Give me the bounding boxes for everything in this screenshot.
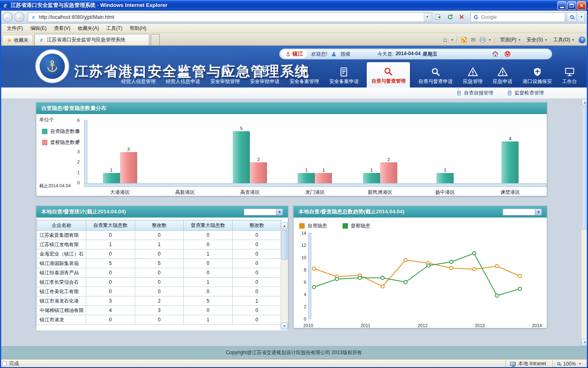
column-header: 督查重大隐患数: [184, 220, 233, 231]
logout-icon[interactable]: [504, 51, 511, 57]
table-row[interactable]: 江苏镇江发电有限1100: [37, 240, 281, 249]
table-cell: 镇江市港龙石化港: [37, 296, 86, 306]
table-row[interactable]: 江苏索普集团有限0000: [37, 231, 281, 240]
subnav-item[interactable]: 自查自报管理: [457, 90, 493, 96]
refresh-icon[interactable]: [445, 12, 455, 22]
scroll-up-icon[interactable]: ▲: [281, 222, 288, 229]
favorites-button[interactable]: ★ 收藏夹: [2, 35, 33, 45]
table-scrollbar[interactable]: ▲ ▼: [281, 222, 287, 330]
table-row[interactable]: 镇江恒泰沥青产品0000: [37, 268, 281, 278]
stop-icon[interactable]: [457, 12, 466, 22]
nav-item[interactable]: 工作台: [560, 65, 579, 88]
google-icon: G: [474, 14, 478, 20]
nav-item-label: 工作台: [562, 78, 577, 85]
ie-window: e 江苏省港口安全监管与应急管理系统 - Windows Internet Ex…: [0, 0, 588, 368]
new-tab-stub[interactable]: [151, 34, 160, 45]
back-button[interactable]: ←: [2, 12, 13, 22]
bar: [233, 131, 250, 184]
address-bar[interactable]: e http://localhost:8080/yjpt/Main.html ▼: [28, 12, 432, 22]
rss-icon[interactable]: [460, 36, 468, 44]
nav-item[interactable]: 自查与督查申请: [416, 65, 455, 88]
table-cell: 2: [135, 296, 184, 306]
table-row[interactable]: 镇江市港龙石化港3251: [37, 296, 281, 306]
toolbar-button[interactable]: 安全(S) ▼: [524, 35, 550, 45]
table-cell: 0: [184, 231, 233, 240]
nav-item[interactable]: 安全备案申请: [327, 65, 361, 88]
user-icon: [331, 52, 336, 57]
table-row[interactable]: 中储粮镇江粮油有限4300: [37, 306, 281, 315]
bar-category-label: 高资港区: [218, 189, 283, 196]
bar-group: 12: [347, 121, 412, 183]
panel-header: 自查隐患/督查隐患数量分布: [36, 103, 547, 114]
print-icon[interactable]: [479, 36, 487, 44]
table-cell: 镇江李长荣综合石: [37, 278, 86, 287]
stats-filter-select[interactable]: ▼: [244, 209, 283, 215]
panel-header: 本地自查/督查统计(截止2014.04.04) ▼: [36, 206, 288, 218]
address-dropdown-icon[interactable]: ▼: [424, 13, 431, 21]
browser-tab[interactable]: e 江苏省港口安全监管与应急管理系统: [34, 34, 149, 45]
legend-swatch: [42, 129, 47, 134]
trend-filter-select[interactable]: ▼: [503, 209, 542, 215]
table-row[interactable]: 金海宏业（镇江）石0010: [37, 249, 281, 259]
nav-item[interactable]: 安全审批申请: [248, 65, 281, 88]
stats-table-header-row: 企业名称自查重大隐患数整改数督查重大隐患数整改数: [37, 220, 281, 231]
home-icon[interactable]: ⌂: [441, 36, 449, 44]
ie-logo-icon: e: [2, 2, 9, 9]
legend-item: 督察隐患: [343, 222, 370, 229]
address-url[interactable]: http://localhost:8080/yjpt/Main.html: [39, 14, 422, 20]
scrollbar-thumb[interactable]: [281, 230, 287, 260]
page-footer: Copyright@江苏省交通规划设计院股份有限公司 2013版权所有: [0, 346, 588, 359]
bar-value-label: 1: [305, 168, 307, 173]
separator: [494, 36, 494, 43]
toolbar-button[interactable]: 工具(O) ▼: [550, 35, 577, 45]
zoom-control[interactable]: 100% ▼: [552, 359, 586, 368]
subnav-item[interactable]: 监督检查管理: [507, 90, 544, 96]
restore-button[interactable]: [567, 1, 576, 10]
search-options-dropdown-icon[interactable]: ▼: [579, 12, 585, 22]
table-cell: 4: [86, 306, 135, 315]
bar-category-label: 大港港区: [87, 189, 152, 196]
menu-item[interactable]: 工具(T): [102, 24, 126, 33]
table-row[interactable]: 镇江市港龙0010: [37, 315, 281, 325]
search-icon[interactable]: [567, 12, 577, 22]
minimize-button[interactable]: [557, 1, 566, 10]
panel-title: 本地自查/督查统计(截止2014.04.04): [41, 208, 126, 215]
nav-item[interactable]: 自查与督查管理: [367, 62, 410, 88]
bar-value-label: 1: [322, 168, 325, 173]
menu-item[interactable]: 收藏夹(A): [74, 24, 102, 33]
forward-button[interactable]: →: [14, 12, 24, 22]
user-bar: 镇江 欢迎您! 陈俊 今天是: 2014-04-04 星期五: [279, 49, 552, 59]
help-icon[interactable]: ?: [579, 36, 586, 43]
menu-item[interactable]: 文件(F): [3, 24, 27, 33]
table-cell: 0: [184, 240, 233, 249]
table-row[interactable]: 镇江奇美化工有限0000: [37, 287, 281, 296]
shield-icon: [532, 66, 542, 77]
page-content: 自查隐患/督查隐患数量分布 单位个 自查隐患数量督察隐患数量 截止2014.04…: [0, 99, 588, 346]
home-shortcut-icon[interactable]: [492, 51, 499, 57]
table-row[interactable]: 镇江港国际集装箱5500: [37, 259, 281, 268]
table-cell: 0: [232, 278, 281, 287]
search-box[interactable]: G Google: [470, 12, 565, 22]
nav-item[interactable]: 安全备案管理: [287, 65, 321, 88]
bar-group: 52: [218, 121, 283, 183]
menu-item[interactable]: 帮助(H): [126, 24, 150, 33]
nav-item[interactable]: 安全审批管理: [208, 65, 242, 88]
nav-item[interactable]: 港口设施保安: [521, 65, 554, 88]
table-cell: 江苏镇江发电有限: [37, 240, 86, 249]
search-input[interactable]: Google: [481, 14, 562, 20]
nav-item[interactable]: 经营人信息管理: [119, 65, 158, 88]
toolbar-button[interactable]: 页面(P) ▼: [497, 35, 524, 45]
go-icon[interactable]: [434, 12, 443, 22]
menu-item[interactable]: 编辑(E): [27, 24, 50, 33]
nav-item[interactable]: 应急申请: [491, 65, 514, 88]
mail-icon[interactable]: ✉: [469, 36, 477, 44]
table-row[interactable]: 镇江李长荣综合石0010: [37, 278, 281, 287]
close-button[interactable]: ×: [577, 1, 586, 10]
bar-category-label: 扬中港区: [412, 189, 477, 196]
scroll-down-icon[interactable]: ▼: [281, 323, 288, 330]
nav-item[interactable]: 应急管理: [461, 65, 485, 88]
menu-item[interactable]: 查看(V): [50, 24, 74, 33]
table-cell: 3: [135, 306, 184, 315]
tabs-bar: ★ 收藏夹 e 江苏省港口安全监管与应急管理系统 ⌂▼ ✉ ▼ 页面(P) ▼安…: [0, 33, 588, 46]
nav-item[interactable]: 经营人信息申请: [164, 65, 202, 88]
